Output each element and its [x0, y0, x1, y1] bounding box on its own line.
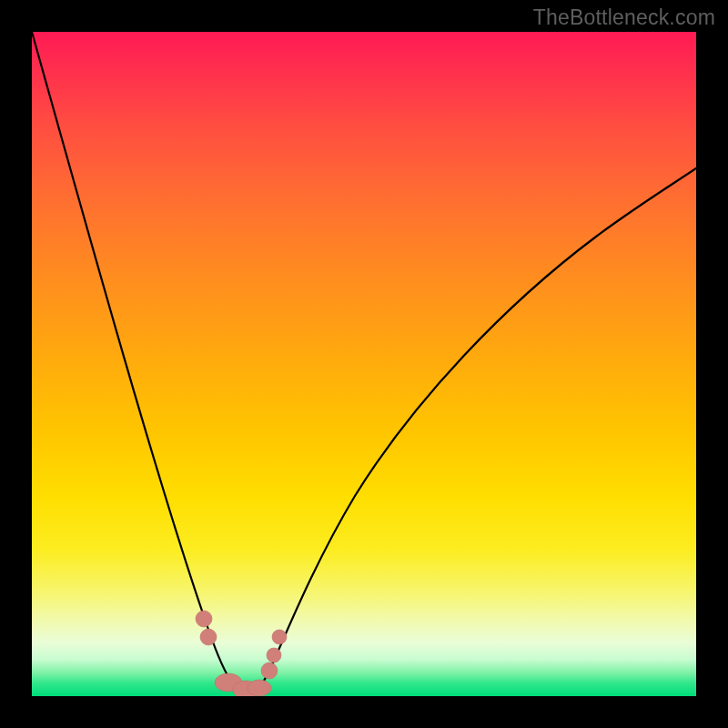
svg-point-1: [200, 629, 217, 645]
curve-layer: [32, 32, 696, 696]
bottleneck-markers: [196, 611, 287, 696]
svg-point-7: [272, 630, 287, 644]
svg-point-0: [196, 611, 212, 627]
bottleneck-curve: [32, 32, 696, 693]
svg-point-6: [267, 648, 281, 662]
plot-area: [32, 32, 696, 696]
watermark-text: TheBottleneck.com: [533, 5, 715, 30]
chart-frame: TheBottleneck.com: [0, 0, 728, 728]
svg-point-5: [261, 662, 278, 679]
svg-point-4: [248, 680, 271, 696]
